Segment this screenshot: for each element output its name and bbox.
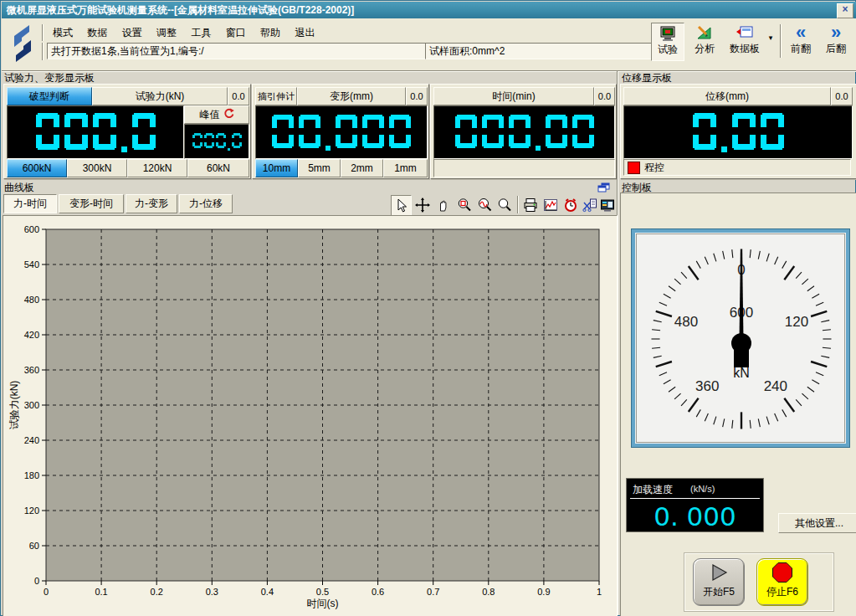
svg-text:420: 420 xyxy=(24,330,39,340)
databoard-dropdown-icon[interactable]: ▾ xyxy=(766,33,776,42)
next-label: 后翻 xyxy=(820,43,852,54)
gauge-svg: 0120240360480600kN xyxy=(637,234,846,444)
svg-text:360: 360 xyxy=(24,365,39,375)
menu-item-mode[interactable]: 模式 xyxy=(47,24,79,41)
time-panel: 时间(min) 0.0 xyxy=(430,84,617,179)
displacement-panel: 位移(mm) 0.0 程控 xyxy=(620,84,856,179)
svg-text:60: 60 xyxy=(29,541,39,551)
range-button-600kn[interactable]: 600kN xyxy=(7,159,67,177)
extensometer-button[interactable]: 摘引伸计 xyxy=(255,87,297,105)
restore-window-icon[interactable] xyxy=(597,182,611,193)
page-prev-button[interactable]: « 前翻 xyxy=(785,23,817,59)
stop-button[interactable]: 停止F6 xyxy=(756,558,808,606)
other-settings-button[interactable]: 其他设置... xyxy=(778,513,856,533)
menu-item-tools[interactable]: 工具 xyxy=(185,24,217,41)
menu-item-data[interactable]: 数据 xyxy=(81,24,113,41)
graph-icon[interactable] xyxy=(541,195,560,214)
status-field: 共打开数据1条,当前位置为1,编号:/ xyxy=(47,43,427,59)
range-button-120kn[interactable]: 120kN xyxy=(127,159,187,177)
pan-hand-icon[interactable] xyxy=(433,195,453,214)
range-button-1mm[interactable]: 1mm xyxy=(383,159,428,177)
svg-text:540: 540 xyxy=(24,259,39,270)
range-button-300kn[interactable]: 300kN xyxy=(67,159,127,177)
status-text: 共打开数据1条,当前位置为1,编号:/ xyxy=(51,45,204,57)
zoom-curve-icon[interactable] xyxy=(474,195,494,214)
test-monitor-icon xyxy=(652,23,684,44)
svg-text:0: 0 xyxy=(44,587,49,597)
app-window: 微机屏显液压式万能试验机测量系统--[金属材料室温拉伸试验(GB/T228-20… xyxy=(0,0,856,616)
svg-text:0.8: 0.8 xyxy=(482,587,495,597)
loading-speed-unit: (kN/s) xyxy=(690,484,715,494)
break-detect-button[interactable]: 破型判断 xyxy=(7,87,92,105)
loading-speed-display: 加载速度 (kN/s) 0. 000 xyxy=(626,478,764,532)
force-header-value: 0.0 xyxy=(228,87,249,105)
play-triangle-icon xyxy=(694,559,744,586)
databoard-button[interactable]: 数据板 xyxy=(725,23,765,59)
peak-button[interactable]: 峰值 xyxy=(184,105,249,124)
svg-text:0.9: 0.9 xyxy=(537,587,550,597)
cursor-icon[interactable] xyxy=(391,195,412,216)
analyze-button[interactable]: 分析 xyxy=(688,23,721,59)
test-mode-label: 试验 xyxy=(652,44,684,55)
control-panel-body: 0120240360480600kN 加载速度 (kN/s) 0. 000 其他… xyxy=(620,192,856,616)
svg-text:0.4: 0.4 xyxy=(261,587,274,597)
alarm-icon[interactable] xyxy=(561,195,580,214)
close-button[interactable]: × xyxy=(837,3,853,18)
time-header: 时间(min) xyxy=(433,87,594,105)
start-button[interactable]: 开始F5 xyxy=(693,558,745,606)
window-title: 微机屏显液压式万能试验机测量系统--[金属材料室温拉伸试验(GB/T228-20… xyxy=(7,3,354,18)
svg-text:1: 1 xyxy=(597,587,602,597)
peak-label: 峰值 xyxy=(200,108,220,122)
chart-toolbar-separator xyxy=(517,196,519,213)
force-display xyxy=(7,105,184,159)
curve-section-title: 曲线板 xyxy=(4,181,34,195)
print-icon[interactable] xyxy=(520,195,540,214)
range-button-10mm[interactable]: 10mm xyxy=(255,159,298,177)
toolbar-area: 模式 数据 设置 调整 工具 窗口 帮助 退出 共打开数据1条,当前位置为1,编… xyxy=(2,18,856,71)
test-mode-button[interactable]: 试验 xyxy=(651,23,684,61)
svg-text:0: 0 xyxy=(34,576,39,586)
force-panel: 破型判断 试验力(kN) 0.0 峰值 600kN 300kN 120k xyxy=(3,84,251,179)
force-deform-section: 试验力、变形显示板 破型判断 试验力(kN) 0.0 峰值 6 xyxy=(1,71,618,181)
chart-area: 06012018024030036042048054060000.10.20.3… xyxy=(3,215,618,616)
range-button-2mm[interactable]: 2mm xyxy=(341,159,383,177)
time-display xyxy=(433,105,615,159)
page-next-button[interactable]: » 后翻 xyxy=(820,23,852,59)
menu-item-exit[interactable]: 退出 xyxy=(289,24,320,41)
tab-force-deform[interactable]: 力-变形 xyxy=(126,194,177,213)
range-button-5mm[interactable]: 5mm xyxy=(298,159,341,177)
menu-item-help[interactable]: 帮助 xyxy=(254,24,286,41)
copy-scissors-icon[interactable] xyxy=(580,195,599,214)
zoom-icon[interactable] xyxy=(495,195,514,214)
peak-display xyxy=(184,124,249,159)
start-stop-group: 开始F5 停止F6 xyxy=(684,553,833,611)
menu-item-adjust[interactable]: 调整 xyxy=(151,24,182,41)
tab-force-displacement[interactable]: 力-位移 xyxy=(179,194,233,213)
toolbar-separator xyxy=(42,24,44,41)
panel-monitor-icon[interactable] xyxy=(597,195,617,214)
zoom-box-icon[interactable] xyxy=(454,195,474,214)
svg-text:0.5: 0.5 xyxy=(316,587,329,597)
svg-text:480: 480 xyxy=(674,314,698,330)
time-panel-spacer xyxy=(433,159,615,177)
menu-item-window[interactable]: 窗口 xyxy=(220,24,252,41)
svg-text:600: 600 xyxy=(24,224,39,234)
menu-item-settings[interactable]: 设置 xyxy=(116,24,148,41)
crosshair-icon[interactable] xyxy=(413,195,432,214)
loading-speed-label: 加载速度 xyxy=(633,483,673,497)
chart-svg: 06012018024030036042048054060000.10.20.3… xyxy=(3,216,615,614)
force-gauge: 0120240360480600kN xyxy=(632,229,849,447)
program-control-label: 程控 xyxy=(644,161,664,175)
stop-button-label: 停止F6 xyxy=(757,586,807,598)
range-button-60kn[interactable]: 60kN xyxy=(187,159,249,177)
mode-bar: 程控 xyxy=(623,159,851,176)
displacement-section: 位移显示板 位移(mm) 0.0 程控 xyxy=(619,71,856,181)
force-header: 试验力(kN) xyxy=(92,87,228,105)
peak-refresh-icon xyxy=(223,108,234,121)
curve-section: 曲线板 力-时间 变形-时间 力-变形 力-位移 xyxy=(1,181,618,616)
svg-text:0.6: 0.6 xyxy=(372,587,384,597)
tab-deform-time[interactable]: 变形-时间 xyxy=(59,194,124,213)
tab-force-time[interactable]: 力-时间 xyxy=(3,194,57,213)
displacement-header-value: 0.0 xyxy=(831,87,853,105)
svg-text:kN: kN xyxy=(733,366,750,380)
